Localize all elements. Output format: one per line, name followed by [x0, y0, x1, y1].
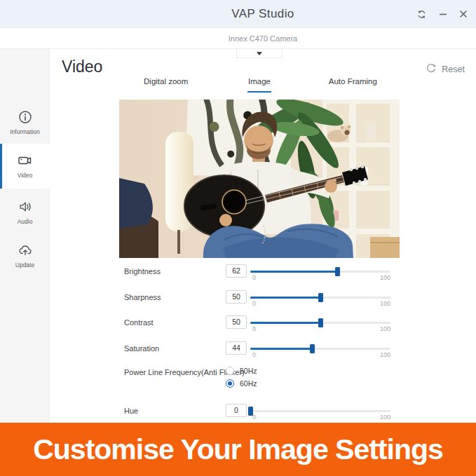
info-icon	[18, 110, 32, 124]
slider-min-label: 0	[252, 325, 256, 332]
cloud-upload-icon	[18, 243, 32, 257]
sharpness-slider[interactable]	[250, 297, 390, 299]
slider-label: Brightness	[124, 267, 161, 276]
brightness-value-input[interactable]: 62	[226, 264, 247, 278]
contrast-value-input[interactable]: 50	[226, 315, 247, 329]
radio-50hz[interactable]: 50Hz	[226, 366, 257, 376]
tab-digital-zoom[interactable]: Digital zoom	[119, 74, 212, 93]
reset-button[interactable]: Reset	[426, 63, 465, 76]
tab-label: Digital zoom	[144, 77, 188, 86]
saturation-value-input[interactable]: 44	[226, 341, 247, 355]
preview-photo	[119, 100, 400, 258]
titlebar: VAP Studio	[0, 0, 476, 28]
sidebar-item-video[interactable]: Video	[0, 144, 50, 189]
saturation-row: Saturation 44 0 100	[124, 341, 399, 355]
promo-banner: Customise Your Image Settings	[0, 423, 476, 476]
slider-label: Hue	[124, 407, 138, 415]
radio-button-icon	[226, 379, 234, 388]
sidebar-item-audio[interactable]: Audio	[0, 196, 50, 229]
sidebar: Information Video Audio	[0, 49, 50, 423]
sharpness-row: Sharpness 50 0 100	[124, 290, 399, 304]
tab-label: Image	[248, 77, 271, 86]
video-camera-icon	[18, 154, 32, 168]
radio-label: 50Hz	[240, 367, 257, 375]
slider-max-label: 100	[371, 274, 390, 281]
reset-arrow-icon	[426, 63, 436, 76]
window-controls	[416, 0, 468, 28]
slider-handle[interactable]	[310, 344, 315, 353]
device-bar: Innex C470 Camera	[0, 28, 476, 49]
slider-max-label: 100	[371, 414, 390, 421]
radio-60hz[interactable]: 60Hz	[226, 379, 257, 388]
sidebar-item-update[interactable]: Update	[0, 240, 50, 272]
sidebar-item-label: Update	[15, 261, 34, 268]
contrast-slider[interactable]	[250, 322, 390, 324]
saturation-slider[interactable]	[250, 348, 390, 350]
hue-row: Hue 0 0 100	[124, 404, 399, 418]
device-name: Innex C470 Camera	[50, 28, 476, 49]
tab-image[interactable]: Image	[212, 74, 306, 93]
sync-icon[interactable]	[416, 9, 427, 20]
hue-slider[interactable]	[250, 410, 390, 412]
slider-min-label: 0	[252, 414, 256, 421]
reset-label: Reset	[442, 64, 465, 74]
brightness-slider[interactable]	[250, 271, 390, 273]
contrast-row: Contrast 50 0 100	[124, 315, 399, 329]
sidebar-item-label: Video	[18, 172, 33, 179]
close-icon[interactable]	[459, 10, 468, 18]
banner-text: Customise Your Image Settings	[33, 433, 443, 466]
minimize-icon[interactable]	[439, 10, 447, 18]
slider-min-label: 0	[252, 274, 256, 281]
slider-max-label: 100	[371, 351, 390, 358]
hue-value-input[interactable]: 0	[226, 404, 247, 417]
radio-label: 60Hz	[240, 379, 257, 388]
tab-label: Auto Framing	[329, 77, 377, 86]
sidebar-item-information[interactable]: Information	[0, 107, 50, 139]
device-collapse-tab[interactable]	[236, 49, 283, 58]
sharpness-value-input[interactable]: 50	[226, 290, 247, 304]
slider-label: Contrast	[124, 318, 154, 327]
slider-min-label: 0	[252, 351, 256, 358]
camera-preview	[119, 100, 400, 258]
sidebar-item-label: Information	[10, 128, 40, 135]
slider-label: Sharpness	[124, 293, 161, 301]
slider-max-label: 100	[371, 325, 390, 332]
slider-label: Saturation	[124, 344, 159, 353]
power-line-frequency-row: Power Line Frequency(Anti Flicker) 50Hz …	[124, 365, 399, 393]
speaker-icon	[18, 200, 32, 214]
slider-max-label: 100	[371, 300, 390, 307]
slider-handle[interactable]	[335, 267, 340, 276]
settings-tabs: Digital zoom Image Auto Framing	[119, 74, 400, 93]
slider-handle[interactable]	[318, 318, 323, 327]
sidebar-item-label: Audio	[18, 218, 33, 225]
slider-min-label: 0	[252, 300, 256, 307]
brightness-row: Brightness 62 0 100	[124, 264, 399, 278]
radio-button-icon	[226, 367, 234, 375]
chevron-down-icon	[257, 52, 262, 55]
app-title: VAP Studio	[50, 0, 476, 28]
tab-auto-framing[interactable]: Auto Framing	[306, 74, 400, 93]
page-title: Video	[62, 57, 102, 76]
slider-handle[interactable]	[318, 293, 323, 302]
vap-studio-window: VAP Studio	[0, 0, 476, 476]
